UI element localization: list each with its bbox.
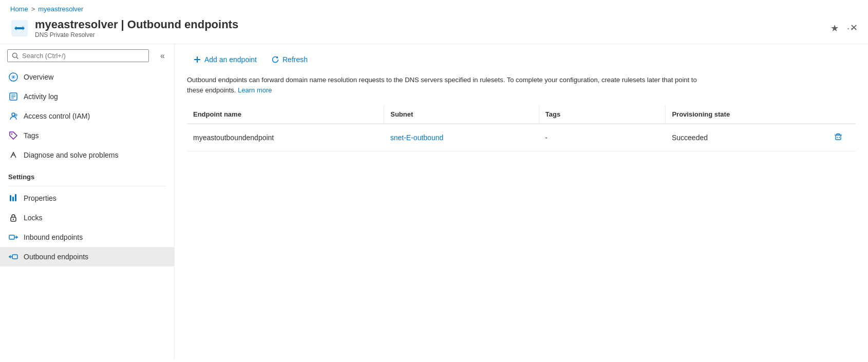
col-header-action	[820, 105, 856, 124]
close-button[interactable]: ✕	[850, 22, 858, 33]
diagnose-icon	[8, 150, 18, 160]
svg-point-2	[12, 53, 17, 58]
svg-rect-16	[15, 194, 16, 201]
breadcrumb-current[interactable]: myeastresolver	[38, 5, 83, 13]
outbound-endpoints-label: Outbound endpoints	[24, 253, 88, 261]
main-layout: « Overview Activity	[0, 44, 868, 360]
favorite-icon[interactable]: ★	[831, 23, 839, 34]
col-header-endpoint-name: Endpoint name	[187, 105, 384, 124]
learn-more-link[interactable]: Learn more	[238, 86, 272, 94]
refresh-button[interactable]: Refresh	[265, 52, 314, 67]
breadcrumb-home[interactable]: Home	[10, 5, 28, 13]
nav-overview[interactable]: Overview	[0, 67, 174, 87]
description: Outbound endpoints can forward domain na…	[187, 75, 701, 95]
nav-access-control[interactable]: Access control (IAM)	[0, 106, 174, 126]
add-icon	[193, 55, 201, 64]
tags-label: Tags	[24, 131, 39, 140]
add-endpoint-button[interactable]: Add an endpoint	[187, 52, 263, 67]
subnet-link[interactable]: snet-E-outbound	[390, 134, 444, 142]
tags-cell: -	[539, 124, 666, 151]
svg-point-13	[11, 134, 12, 135]
properties-label: Properties	[24, 194, 56, 202]
svg-point-11	[12, 113, 15, 116]
breadcrumb-separator: >	[31, 5, 35, 13]
nav-diagnose[interactable]: Diagnose and solve problems	[0, 145, 174, 165]
endpoints-table: Endpoint name Subnet Tags Provisioning s…	[187, 105, 856, 151]
search-icon	[12, 52, 19, 60]
inbound-endpoints-label: Inbound endpoints	[24, 233, 83, 241]
col-header-tags: Tags	[539, 105, 666, 124]
svg-rect-19	[9, 235, 14, 239]
svg-point-6	[13, 77, 14, 78]
sidebar: « Overview Activity	[0, 44, 175, 360]
access-control-icon	[8, 111, 18, 121]
main-content: Add an endpoint Refresh Outbound endpoin…	[175, 44, 868, 360]
subnet-cell: snet-E-outbound	[384, 124, 539, 151]
page-header: myeastresolver | Outbound endpoints DNS …	[0, 15, 868, 44]
delete-icon	[834, 132, 842, 141]
nav-locks[interactable]: Locks	[0, 208, 174, 227]
properties-icon	[8, 193, 18, 203]
svg-rect-15	[12, 197, 14, 201]
svg-rect-23	[836, 135, 841, 140]
header-title-block: myeastresolver | Outbound endpoints DNS …	[35, 18, 822, 39]
refresh-label: Refresh	[282, 55, 308, 64]
provisioning-state-cell: Succeeded	[666, 124, 821, 151]
activity-log-icon	[8, 91, 18, 102]
endpoint-name-cell: myeastoutboundendpoint	[187, 124, 384, 151]
col-header-provisioning-state: Provisioning state	[666, 105, 821, 124]
svg-rect-1	[16, 27, 23, 29]
svg-rect-20	[12, 255, 17, 259]
search-box[interactable]	[7, 49, 149, 62]
action-cell	[820, 124, 856, 151]
locks-icon	[8, 213, 18, 223]
nav-properties[interactable]: Properties	[0, 188, 174, 208]
inbound-endpoints-icon	[8, 232, 18, 242]
table-header: Endpoint name Subnet Tags Provisioning s…	[187, 105, 856, 124]
col-header-subnet: Subnet	[384, 105, 539, 124]
locks-label: Locks	[24, 214, 43, 222]
add-endpoint-label: Add an endpoint	[204, 55, 257, 64]
nav-inbound-endpoints[interactable]: Inbound endpoints	[0, 227, 174, 247]
outbound-endpoints-icon	[8, 252, 18, 262]
table-body: myeastoutboundendpoint snet-E-outbound -…	[187, 124, 856, 151]
table-row: myeastoutboundendpoint snet-E-outbound -…	[187, 124, 856, 151]
access-control-label: Access control (IAM)	[24, 112, 90, 120]
page-title: myeastresolver | Outbound endpoints	[35, 18, 822, 31]
tags-icon	[8, 130, 18, 141]
activity-log-label: Activity log	[24, 92, 58, 101]
settings-section-header: Settings	[0, 165, 174, 184]
page-subtitle: DNS Private Resolver	[35, 31, 822, 39]
refresh-icon	[271, 55, 279, 64]
settings-divider	[8, 186, 166, 186]
collapse-button[interactable]: «	[156, 49, 169, 63]
toolbar: Add an endpoint Refresh	[187, 52, 856, 67]
delete-button[interactable]	[832, 130, 844, 145]
diagnose-label: Diagnose and solve problems	[24, 151, 118, 159]
nav-outbound-endpoints[interactable]: Outbound endpoints	[0, 247, 174, 266]
svg-line-3	[16, 57, 18, 59]
resource-icon	[10, 19, 29, 37]
search-input[interactable]	[22, 52, 144, 60]
overview-label: Overview	[24, 73, 53, 81]
overview-icon	[8, 72, 18, 82]
nav-tags[interactable]: Tags	[0, 126, 174, 145]
breadcrumb: Home > myeastresolver	[0, 0, 868, 15]
svg-rect-14	[10, 195, 11, 201]
nav-activity-log[interactable]: Activity log	[0, 87, 174, 106]
svg-point-18	[13, 219, 14, 220]
